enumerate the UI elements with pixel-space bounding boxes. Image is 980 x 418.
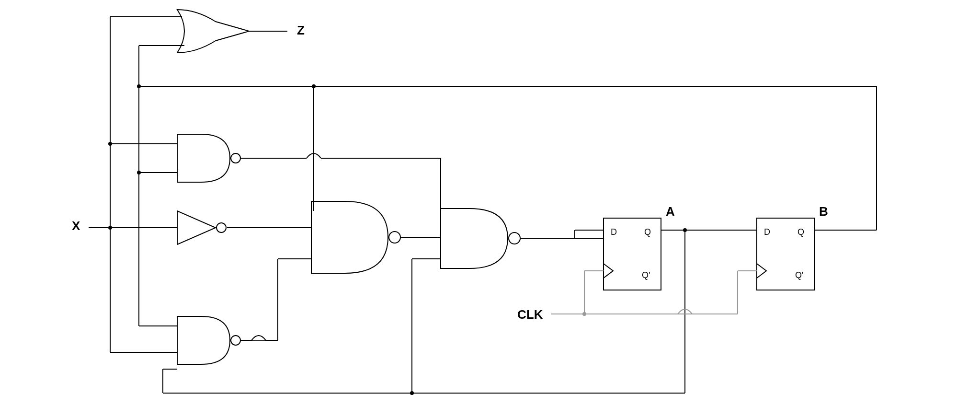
label-b: B (819, 204, 828, 219)
nand-gate-4 (441, 209, 520, 268)
junction (683, 228, 687, 232)
svg-point-2 (217, 223, 226, 232)
label-a: A (666, 204, 675, 219)
flipflop-b: D Q Q' B (757, 204, 828, 290)
nand-gate-3 (311, 201, 400, 273)
label-clk: CLK (517, 307, 543, 322)
svg-point-1 (231, 153, 240, 163)
ff-a-qn-label: Q' (642, 270, 650, 280)
label-x: X (72, 219, 80, 233)
nand-gate-2 (177, 316, 240, 364)
junction (582, 312, 586, 316)
junction (108, 142, 112, 146)
junction (137, 84, 141, 88)
ff-b-qn-label: Q' (795, 270, 803, 280)
ff-a-d-label: D (611, 227, 617, 237)
label-z: Z (297, 23, 305, 37)
junction (137, 171, 141, 174)
svg-point-5 (509, 232, 520, 244)
circuit-diagram: Z X D Q Q' A D Q Q' B (0, 0, 980, 418)
junction (410, 391, 414, 395)
nand-gate-1 (177, 134, 240, 182)
flipflop-a: D Q Q' A (604, 204, 675, 290)
not-gate (177, 211, 226, 244)
junction (312, 84, 316, 88)
or-gate-z: Z (177, 10, 305, 53)
ff-b-d-label: D (764, 227, 770, 237)
ff-a-q-label: Q (644, 227, 651, 237)
junction (108, 226, 112, 230)
svg-point-3 (231, 336, 240, 345)
wire-hop-2 (251, 336, 266, 340)
ff-b-q-label: Q (798, 227, 804, 237)
svg-point-4 (389, 232, 400, 243)
